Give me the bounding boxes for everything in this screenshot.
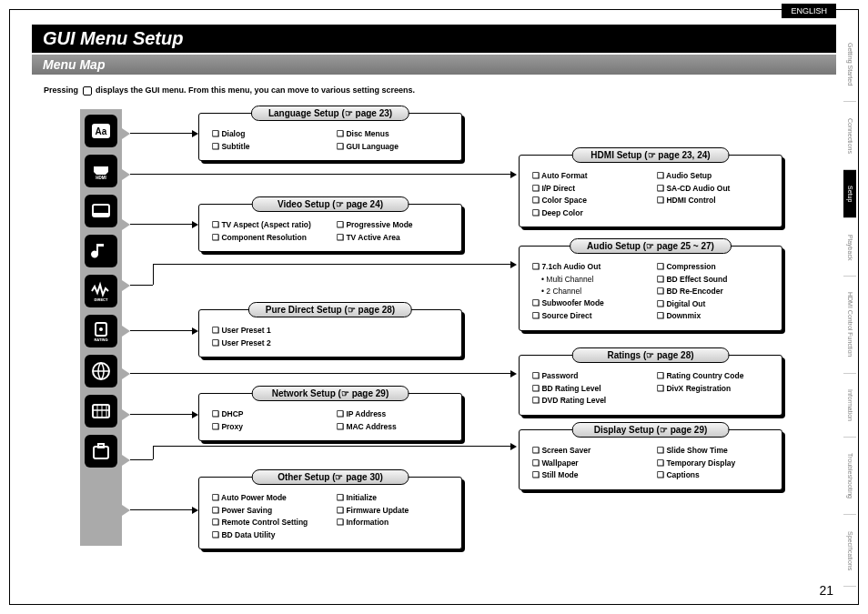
menu-item: Audio Setup [657, 170, 772, 183]
svg-text:HDMI: HDMI [96, 176, 106, 180]
card-title: Display Setup (☞ page 29) [572, 422, 730, 438]
menu-item: Digital Out [657, 298, 772, 311]
network-icon [85, 355, 117, 388]
menu-item: BD Data Utility [212, 529, 328, 542]
svg-point-7 [99, 327, 103, 331]
card-display: Display Setup (☞ page 29) Screen SaverWa… [519, 429, 782, 490]
arrow-icon [122, 280, 130, 291]
menu-subitem: 2 Channel [532, 286, 648, 297]
menu-item: Power Saving [212, 505, 328, 518]
connector-line [153, 446, 154, 459]
card-ratings: Ratings (☞ page 28) PasswordBD Rating Le… [519, 355, 782, 416]
connector-line [153, 264, 154, 285]
connector-line [130, 330, 194, 331]
menu-button-icon [83, 86, 92, 96]
card-title: Pure Direct Setup (☞ page 28) [248, 302, 412, 317]
page-title: GUI Menu Setup [43, 28, 183, 48]
menu-item: Compression [657, 261, 772, 274]
side-tab: Specifications [843, 515, 856, 587]
card-language: Language Setup (☞ page 23) DialogSubtitl… [198, 113, 462, 161]
menu-item: Password [532, 370, 648, 383]
intro-after: displays the GUI menu. From this menu, y… [94, 86, 416, 95]
menu-item: DHCP [212, 408, 328, 421]
card-title: Video Setup (☞ page 24) [252, 196, 409, 212]
menu-subitem: Multi Channel [532, 274, 648, 286]
menu-item: Color Space [532, 195, 648, 207]
page-number: 21 [819, 583, 833, 598]
card-title: Network Setup (☞ page 29) [252, 386, 409, 401]
arrowhead-icon [192, 221, 198, 228]
menu-item: Auto Format [532, 170, 648, 183]
language-tab: ENGLISH [782, 4, 836, 18]
svg-text:Aa: Aa [96, 126, 107, 136]
menu-item: Auto Power Mode [212, 492, 328, 505]
menu-item: Dialog [212, 128, 328, 141]
side-tab: Information [843, 374, 856, 438]
arrow-icon [122, 128, 130, 139]
side-tab: Troubleshooting [843, 438, 856, 515]
connector-line [130, 414, 194, 415]
connector-line [130, 174, 512, 175]
intro-before: Pressing [44, 86, 81, 95]
side-tab: Getting Started [843, 27, 856, 102]
connector-line [153, 264, 512, 265]
arrowhead-icon [192, 411, 198, 418]
side-tabs: Getting StartedConnectionsSetupPlaybackH… [843, 27, 856, 587]
svg-rect-4 [93, 213, 109, 216]
menu-item: Information [337, 517, 452, 529]
arrowhead-icon [192, 130, 198, 137]
card-audio: Audio Setup (☞ page 25 ~ 27) 7.1ch Audio… [519, 246, 782, 331]
menu-item: Remote Control Setting [212, 517, 328, 529]
connector-line [130, 509, 194, 510]
menu-item: DVD Rating Level [532, 395, 648, 408]
menu-item: Temporary Display [657, 458, 772, 470]
menu-item: BD Effect Sound [657, 274, 772, 287]
menu-item: Wallpaper [532, 458, 648, 470]
direct-icon: DIRECT [85, 275, 117, 307]
menu-item: Source Direct [532, 310, 648, 323]
card-pure-direct: Pure Direct Setup (☞ page 28) User Prese… [198, 309, 462, 357]
card-network: Network Setup (☞ page 29) DHCPProxyIP Ad… [198, 393, 462, 441]
connector-line [130, 133, 194, 134]
menu-item: Deep Color [532, 207, 648, 220]
menu-item: Disc Menus [337, 128, 452, 141]
connector-line [130, 459, 153, 460]
menu-item: TV Active Area [337, 232, 452, 245]
menu-item: BD Re-Encoder [657, 286, 772, 298]
svg-text:RATING: RATING [94, 337, 107, 342]
menu-item: SA-CD Audio Out [657, 183, 772, 196]
arrowhead-icon [192, 327, 198, 335]
menu-item: Slide Show Time [657, 445, 772, 458]
side-tab: Setup [843, 170, 856, 219]
menu-item: Initialize [337, 492, 452, 505]
arrow-icon [122, 169, 130, 180]
arrow-icon [122, 409, 130, 420]
arrow-icon [122, 219, 130, 230]
intro-text: Pressing displays the GUI menu. From thi… [44, 86, 824, 96]
card-hdmi: HDMI Setup (☞ page 23, 24) Auto FormatI/… [519, 155, 782, 227]
connector-line [153, 446, 512, 447]
menu-item: Still Mode [532, 469, 648, 482]
card-title: Audio Setup (☞ page 25 ~ 27) [570, 238, 732, 254]
card-title: Language Setup (☞ page 23) [251, 106, 409, 121]
hdmi-icon: HDMI [85, 155, 117, 187]
menu-item: Subtitle [212, 141, 328, 154]
menu-item: IP Address [337, 408, 452, 421]
menu-item: Proxy [212, 421, 328, 434]
other-icon [85, 435, 117, 468]
arrowhead-icon [510, 261, 517, 268]
arrowhead-icon [510, 171, 517, 178]
menu-item: Downmix [657, 310, 772, 323]
menu-item: I/P Direct [532, 183, 648, 196]
card-title: Other Setup (☞ page 30) [252, 469, 409, 485]
menu-item: Screen Saver [532, 445, 648, 458]
menu-item: Progressive Mode [337, 219, 452, 232]
language-icon: Aa [85, 115, 117, 147]
arrow-icon [122, 505, 130, 516]
menu-item: TV Aspect (Aspect ratio) [212, 219, 328, 232]
icon-strip: Aa HDMI DIRECT RATING [80, 109, 122, 546]
card-other: Other Setup (☞ page 30) Auto Power ModeP… [198, 477, 462, 549]
svg-text:DIRECT: DIRECT [95, 297, 108, 302]
card-title: HDMI Setup (☞ page 23, 24) [572, 147, 730, 163]
side-tab: Playback [843, 218, 856, 277]
